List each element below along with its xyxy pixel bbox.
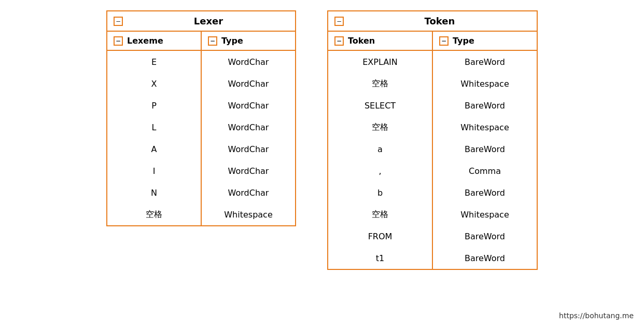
token-row-3-token: 空格 (328, 116, 432, 138)
token-row-2-type: BareWord (433, 94, 537, 116)
token-collapse-icon[interactable]: − (334, 17, 344, 26)
token-row-1-type: Whitespace (433, 73, 537, 94)
token-row-0-token: EXPLAIN (328, 51, 432, 73)
lexer-row-2-lexeme: P (107, 94, 201, 116)
token-header-token: − Token (328, 32, 432, 50)
token-row-1-token: 空格 (328, 73, 432, 94)
lexer-title: Lexer (128, 16, 289, 26)
token-row-2-token: SELECT (328, 94, 432, 116)
token-body: EXPLAIN空格SELECT空格a,b空格FROMt1 BareWordWhi… (328, 51, 537, 269)
token-row-9-type: BareWord (433, 247, 537, 269)
token-col-type: BareWordWhitespaceBareWordWhitespaceBare… (433, 51, 537, 269)
lexer-collapse-icon[interactable]: − (114, 17, 123, 26)
token-row-4-token: a (328, 138, 432, 160)
lexer-row-1-lexeme: X (107, 73, 201, 94)
token-col-token: EXPLAIN空格SELECT空格a,b空格FROMt1 (328, 51, 432, 269)
lexer-lexeme-collapse-icon[interactable]: − (114, 36, 123, 46)
token-row-6-type: BareWord (433, 182, 537, 203)
lexer-header-lexeme: − Lexeme (107, 32, 201, 50)
token-row-7-type: Whitespace (433, 203, 537, 225)
lexer-title-row: − Lexer (107, 11, 295, 32)
lexer-col-lexeme: EXPLAIN空格 (107, 51, 201, 225)
token-row-4-type: BareWord (433, 138, 537, 160)
lexer-row-0-lexeme: E (107, 51, 201, 73)
lexer-row-5-lexeme: I (107, 160, 201, 182)
token-row-6-token: b (328, 182, 432, 203)
token-row-5-token: , (328, 160, 432, 182)
page-container: − Lexer − Lexeme − Type EXPLAIN空格 WordCh… (10, 10, 634, 270)
lexer-row-0-type: WordChar (202, 51, 295, 73)
lexer-row-2-type: WordChar (202, 94, 295, 116)
lexer-header-type: − Type (202, 32, 295, 50)
lexer-row-3-lexeme: L (107, 116, 201, 138)
token-title-row: − Token (328, 11, 537, 32)
lexer-row-1-type: WordChar (202, 73, 295, 94)
lexer-row-4-type: WordChar (202, 138, 295, 160)
token-table: − Token − Token − Type EXPLAIN空格SELECT空格… (327, 10, 538, 270)
lexer-row-5-type: WordChar (202, 160, 295, 182)
token-row-8-type: BareWord (433, 225, 537, 247)
lexer-body: EXPLAIN空格 WordCharWordCharWordCharWordCh… (107, 51, 295, 225)
token-row-0-type: BareWord (433, 51, 537, 73)
lexer-header-row: − Lexeme − Type (107, 32, 295, 51)
lexer-col-type: WordCharWordCharWordCharWordCharWordChar… (202, 51, 295, 225)
token-row-7-token: 空格 (328, 203, 432, 225)
token-row-8-token: FROM (328, 225, 432, 247)
lexer-row-7-lexeme: 空格 (107, 203, 201, 225)
lexer-row-6-lexeme: N (107, 182, 201, 203)
lexer-row-6-type: WordChar (202, 182, 295, 203)
lexer-row-3-type: WordChar (202, 116, 295, 138)
token-row-9-token: t1 (328, 247, 432, 269)
token-row-5-type: Comma (433, 160, 537, 182)
lexer-row-7-type: Whitespace (202, 203, 295, 225)
token-row-3-type: Whitespace (433, 116, 537, 138)
lexer-table: − Lexer − Lexeme − Type EXPLAIN空格 WordCh… (106, 10, 296, 226)
token-type-collapse-icon[interactable]: − (439, 36, 449, 46)
lexer-type-collapse-icon[interactable]: − (208, 36, 217, 46)
token-header-row: − Token − Type (328, 32, 537, 51)
token-header-type: − Type (433, 32, 537, 50)
token-title: Token (349, 16, 530, 26)
token-token-collapse-icon[interactable]: − (334, 36, 344, 46)
footer-url: https://bohutang.me (559, 311, 634, 320)
lexer-row-4-lexeme: A (107, 138, 201, 160)
